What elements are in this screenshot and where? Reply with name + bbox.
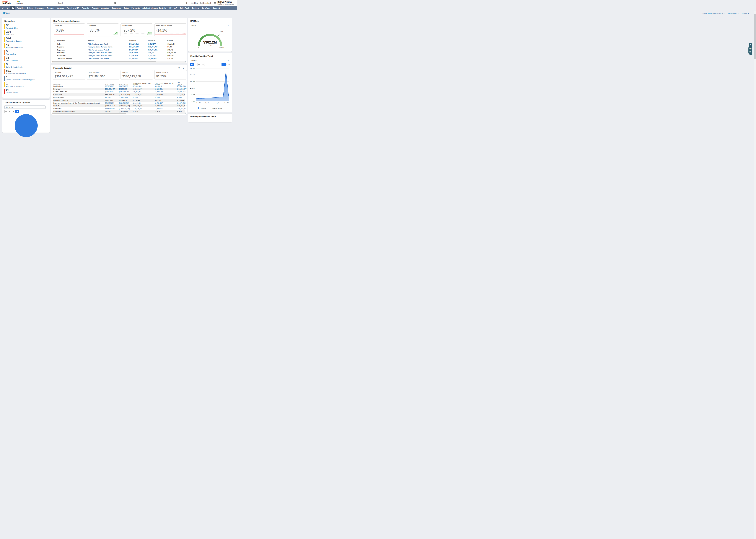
financial-value-link[interactable]: $330,315,046 [177, 108, 187, 110]
help-button[interactable]: ?Help [192, 2, 198, 4]
reminder-item[interactable]: 591Transactions Missing Taxes [4, 69, 50, 74]
filter-caret-icon[interactable]: ▼ [53, 39, 57, 42]
shortcuts-star-icon[interactable]: ★ [5, 6, 10, 10]
reminder-item[interactable]: 1Allocation Schedule due [4, 82, 50, 87]
financials-horizontal-scrollbar[interactable]: ◄► [51, 113, 187, 114]
reminder-item[interactable]: 36Periods to Close [4, 24, 50, 29]
financial-value-link[interactable]: $330,315,046 [105, 108, 119, 110]
column-header[interactable]: THIS PERIOD [105, 83, 119, 85]
financial-value-link[interactable]: 91.73% [105, 97, 119, 98]
reminder-link[interactable]: Purchase Orders to Bill [6, 46, 23, 48]
reminder-link[interactable]: Vendor Return Authorization to Approve [6, 79, 35, 81]
financial-value-link[interactable]: $1,882,665 [155, 108, 177, 110]
kpi-period-link[interactable]: Today vs. Same Day Last Month [88, 52, 129, 54]
kpi-current-link[interactable]: $17,605,168 [129, 55, 148, 57]
financial-value-link[interactable]: $77,984,566 [177, 85, 186, 87]
drag-handle[interactable] [209, 114, 212, 115]
chart-type-hbar-button[interactable] [8, 110, 12, 113]
nav-item-reports[interactable]: Reports [91, 6, 100, 10]
reminder-link[interactable]: New Vendors [6, 53, 16, 55]
financial-value-link[interactable]: $77,984,566 [132, 85, 155, 87]
trend-zoom-focus-button[interactable] [221, 63, 226, 66]
top10-pie-chart[interactable] [15, 114, 38, 117]
reminder-item[interactable]: 42Purchase Orders to Bill [4, 43, 50, 48]
chart-type-area-button[interactable] [190, 63, 194, 66]
financial-value-link[interactable]: $361,531,477 [105, 88, 119, 90]
kpi-current-link[interactable]: $77,984,566 [129, 58, 148, 59]
nav-item-vendors[interactable]: Vendors [56, 6, 65, 10]
recent-records-icon[interactable]: ⟲ [185, 2, 187, 4]
reminder-link[interactable]: Payments to Deposit [6, 40, 22, 42]
reminder-link[interactable]: Sales Orders to Invoice [6, 66, 23, 68]
financial-value-link[interactable]: $361,531,477 [177, 88, 187, 90]
financial-value-link[interactable]: $77,984,566 [105, 85, 119, 87]
reminder-link[interactable]: Transactions Missing Taxes [6, 73, 27, 74]
kpi-meter-select[interactable]: Sales▼ [190, 24, 230, 27]
reminder-item[interactable]: 5New Vendors [4, 50, 50, 55]
kpi-period-link[interactable]: This Period vs. Last Period [88, 58, 129, 59]
trend-zoom-overview-button[interactable] [226, 63, 230, 66]
financial-value-link[interactable]: $86,459,012 [155, 85, 177, 87]
column-header[interactable]: PREVIOUS [148, 40, 167, 41]
top10-range-select[interactable]: this week▼ [4, 106, 45, 109]
financial-value-link[interactable]: $29,891,266 [105, 91, 119, 93]
nav-item-billing[interactable]: Billing [26, 6, 34, 10]
nav-item-documents[interactable]: Documents [110, 6, 123, 10]
nav-item-financial[interactable]: Financial [80, 6, 91, 10]
financial-value-link[interactable]: $31,176,394 [105, 102, 119, 104]
financial-value-link[interactable]: $361,531,477 [132, 88, 155, 90]
kpi-period-link[interactable]: Today vs. Same Day Last Month [88, 55, 129, 57]
financial-value-link[interactable]: 64.13% [155, 97, 177, 98]
legend-moving-average[interactable]: Moving Average [209, 107, 222, 109]
drag-handle[interactable] [24, 100, 28, 101]
reminder-link[interactable]: Allocation Schedule due [6, 85, 24, 87]
reminder-link[interactable]: Projects at Risk [6, 92, 18, 94]
nav-item-customers[interactable]: Customers [34, 6, 46, 10]
financial-value-link[interactable]: $2,281,107 [155, 102, 177, 104]
financial-value-link[interactable]: $29,891,266 [177, 91, 186, 93]
portlet-menu-icon[interactable]: ⋮ [183, 67, 185, 69]
nav-item-sales-audit[interactable]: Sales Audit [179, 6, 191, 10]
drag-handle[interactable] [209, 54, 212, 54]
financial-value-link[interactable]: $188,384,612 [119, 102, 132, 104]
oracle-netsuite-logo[interactable]: ORACLE NetSuite [2, 1, 11, 4]
nav-home-tab[interactable] [10, 6, 15, 10]
nav-item-revenue[interactable]: Revenue [46, 6, 56, 10]
financial-value-link[interactable]: 91.73% [177, 97, 185, 98]
legend-payables[interactable]: Payables [198, 107, 206, 109]
roles-menu[interactable]: Raditya Pratama Logiframe - Administrato… [213, 1, 234, 5]
nav-item-suiteapps[interactable]: SuiteApps [200, 6, 212, 10]
recent-history-icon[interactable]: ↺ [0, 6, 5, 10]
financial-value-link[interactable]: $90,809,867 [119, 85, 132, 87]
trend-frequency-select[interactable]: Monthly▼ [190, 59, 230, 62]
nav-item-a-r[interactable]: A/R [173, 6, 179, 10]
kpi-current-link[interactable]: $93,459,193 [129, 52, 148, 54]
reminder-item[interactable]: 1Vendor Return Authorization to Approve [4, 76, 50, 81]
column-header[interactable]: LAST FISCAL QUARTER TO PERIOD [155, 83, 177, 86]
reminder-item[interactable]: 3Sales Orders to Invoice [4, 63, 50, 68]
financial-value-link[interactable]: $4,163,981 [155, 88, 177, 90]
nav-item-analytics[interactable]: Analytics [100, 6, 110, 10]
financial-value-link[interactable]: $4,350,002 [119, 88, 132, 90]
nav-item-activities[interactable]: Activities [15, 6, 26, 10]
column-header[interactable]: THIS FISCAL QUARTER TO PERIOD [132, 83, 155, 86]
financial-value-link[interactable]: $330,315,046 [132, 108, 155, 110]
nav-item-administration-and-controls[interactable]: Administration and Controls [141, 6, 167, 10]
reminder-link[interactable]: Periods to Close [6, 27, 18, 29]
reminder-item[interactable]: 294Bills to Pay [4, 30, 50, 36]
search-icon[interactable] [114, 2, 116, 4]
kpi-previous-link[interactable]: $4,415,177 [148, 43, 167, 45]
drag-handle[interactable] [24, 19, 28, 20]
nav-item-payroll-and-hr[interactable]: Payroll and HR [65, 6, 80, 10]
chart-type-column-button[interactable] [201, 63, 205, 66]
nav-item-budgets[interactable]: Budgets [191, 6, 200, 10]
kpi-current-link[interactable]: $31,176,707 [129, 49, 148, 51]
column-header[interactable]: CHANGE [167, 40, 185, 41]
column-header[interactable]: LAST PERIOD [119, 83, 132, 85]
search-input[interactable] [58, 1, 114, 5]
nav-item-support[interactable]: Support [212, 6, 221, 10]
kpi-period-link[interactable]: Today vs. Same Day Last Month [88, 46, 129, 48]
reminder-item[interactable]: 35New Customers [4, 56, 50, 61]
nav-item-a-p[interactable]: A/P [167, 6, 173, 10]
nav-item-setup[interactable]: Setup [123, 6, 130, 10]
